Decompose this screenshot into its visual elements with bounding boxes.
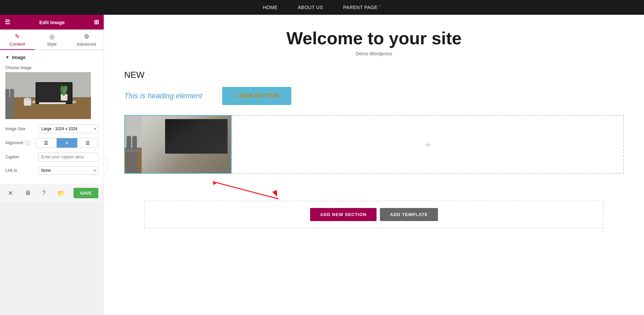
- alignment-row: Alignment i ☰ ≡ ☰: [5, 138, 98, 148]
- sidebar-title: Edit Image: [39, 19, 65, 25]
- svg-rect-12: [5, 89, 9, 119]
- sidebar-wrapper: ☰ Edit Image ⊞ ✎ Content ◎ Style ⚙ Advan…: [0, 15, 104, 315]
- svg-point-10: [24, 98, 31, 100]
- style-tab-icon: ◎: [49, 33, 55, 40]
- plus-icon: +: [425, 139, 430, 150]
- new-label: NEW: [124, 70, 624, 80]
- caption-label: Caption: [5, 155, 36, 159]
- svg-rect-18: [162, 128, 210, 155]
- alignment-buttons: ☰ ≡ ☰: [36, 138, 98, 148]
- tabs-bar: ✎ Content ◎ Style ⚙ Advanced: [0, 30, 104, 50]
- image-size-select-wrapper: Large - 1024 x 1024 Medium - 300 x 300 T…: [38, 124, 98, 133]
- svg-rect-16: [125, 148, 231, 173]
- main-image[interactable]: [124, 115, 232, 174]
- svg-rect-20: [192, 143, 201, 152]
- arrow-annotation: [144, 180, 624, 201]
- laptop-scene-image: [125, 116, 231, 173]
- add-section-bar: ADD NEW SECTION ADD TEMPLATE: [144, 201, 604, 228]
- close-button[interactable]: ✕: [5, 188, 16, 198]
- grid-icon[interactable]: ⊞: [94, 18, 99, 26]
- sidebar-collapse-handle[interactable]: ‹: [100, 158, 108, 172]
- choose-image-label: Choose Image: [5, 65, 98, 70]
- sidebar: ☰ Edit Image ⊞ ✎ Content ◎ Style ⚙ Advan…: [0, 15, 104, 202]
- nav-parent[interactable]: PARENT PAGE: [343, 5, 381, 10]
- folder-button[interactable]: 📁: [54, 188, 67, 198]
- svg-marker-31: [271, 189, 279, 197]
- svg-point-23: [195, 131, 199, 141]
- top-nav: HOME ABOUT US PARENT PAGE: [0, 0, 644, 15]
- preview-image: [5, 72, 91, 119]
- link-to-select-wrapper: None Media File Attachment Page Custom U…: [38, 166, 98, 175]
- svg-rect-28: [132, 136, 137, 173]
- tab-style-label: Style: [47, 42, 57, 47]
- svg-line-30: [215, 182, 279, 199]
- svg-point-21: [191, 130, 200, 145]
- alignment-info-icon[interactable]: i: [25, 140, 30, 146]
- nav-home[interactable]: HOME: [263, 5, 278, 10]
- svg-point-25: [148, 148, 157, 151]
- image-preview[interactable]: [5, 72, 91, 119]
- svg-rect-15: [125, 116, 231, 149]
- content-section: NEW This is heading element » NEW BUTTON: [104, 63, 644, 235]
- section-arrow-icon[interactable]: ▼: [5, 55, 9, 60]
- nav-about[interactable]: ABOUT US: [298, 5, 323, 10]
- tab-style[interactable]: ◎ Style: [35, 30, 69, 50]
- alignment-label: Alignment i: [5, 140, 36, 146]
- add-new-section-button[interactable]: ADD NEW SECTION: [310, 208, 377, 221]
- add-template-button[interactable]: ADD TEMPLATE: [380, 208, 438, 221]
- canvas: Welcome to your site Demo Wordpress NEW …: [104, 15, 644, 315]
- empty-column[interactable]: +: [232, 115, 624, 174]
- svg-rect-13: [10, 89, 14, 119]
- link-to-row: Link to None Media File Attachment Page …: [5, 166, 98, 175]
- tab-advanced[interactable]: ⚙ Advanced: [69, 30, 104, 50]
- svg-rect-27: [127, 136, 131, 173]
- svg-rect-11: [39, 102, 66, 104]
- site-hero: Welcome to your site Demo Wordpress: [104, 15, 644, 63]
- menu-icon[interactable]: ☰: [5, 18, 10, 26]
- svg-rect-29: [125, 149, 140, 152]
- advanced-tab-icon: ⚙: [84, 33, 89, 40]
- svg-rect-24: [148, 149, 157, 158]
- new-button[interactable]: » NEW BUTTON: [222, 87, 291, 105]
- svg-rect-26: [167, 154, 199, 156]
- align-right-button[interactable]: ☰: [78, 138, 98, 148]
- sidebar-content: ▼ Image Choose Image: [0, 50, 104, 184]
- content-tab-icon: ✎: [15, 33, 20, 40]
- align-center-button[interactable]: ≡: [57, 138, 78, 148]
- hero-title: Welcome to your site: [111, 28, 637, 48]
- image-size-select[interactable]: Large - 1024 x 1024 Medium - 300 x 300 T…: [38, 124, 98, 133]
- heading-element: This is heading element: [124, 92, 202, 100]
- sidebar-bottom: ✕ 🖥 ? 📁 SAVE: [0, 184, 104, 202]
- tab-advanced-label: Advanced: [77, 42, 96, 47]
- tab-content-label: Content: [10, 42, 25, 47]
- help-button[interactable]: ?: [40, 188, 48, 198]
- main-layout: ☰ Edit Image ⊞ ✎ Content ◎ Style ⚙ Advan…: [0, 15, 644, 315]
- section-title: Image: [12, 55, 26, 60]
- save-button[interactable]: SAVE: [73, 188, 98, 198]
- image-size-label: Image Size: [5, 126, 36, 131]
- hero-subtitle: Demo Wordpress: [111, 51, 637, 56]
- image-section-header: ▼ Image: [5, 55, 98, 60]
- svg-point-22: [194, 130, 203, 142]
- tab-content[interactable]: ✎ Content: [0, 30, 35, 50]
- sidebar-header: ☰ Edit Image ⊞: [0, 15, 104, 30]
- heading-button-row: This is heading element » NEW BUTTON: [124, 87, 624, 105]
- link-to-label: Link to: [5, 168, 36, 173]
- svg-rect-17: [158, 152, 214, 155]
- annotation-arrow: [211, 180, 285, 201]
- svg-marker-32: [212, 180, 217, 186]
- desktop-view-button[interactable]: 🖥: [22, 188, 33, 198]
- caption-input[interactable]: [38, 153, 98, 161]
- caption-row: Caption: [5, 153, 98, 161]
- svg-rect-19: [163, 130, 209, 154]
- link-to-select[interactable]: None Media File Attachment Page Custom U…: [38, 166, 98, 175]
- image-columns: +: [124, 115, 624, 174]
- image-size-row: Image Size Large - 1024 x 1024 Medium - …: [5, 124, 98, 133]
- align-left-button[interactable]: ☰: [36, 138, 57, 148]
